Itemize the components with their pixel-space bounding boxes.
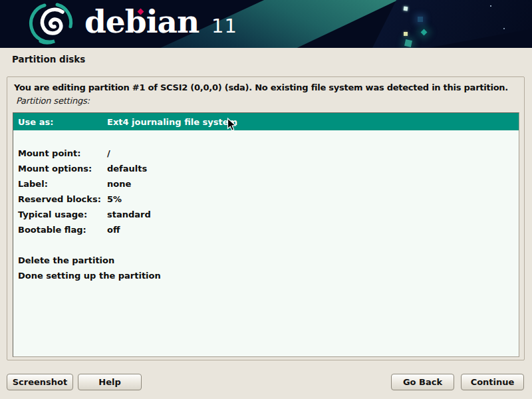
banner-navy-wedge [372,0,532,48]
list-item-mount-point[interactable]: Mount point: / [13,146,519,161]
sparkle-dot [503,28,505,29]
setting-value: / [107,148,110,158]
settings-caption: Partition settings: [16,96,90,106]
list-item-label[interactable]: Label: none [13,176,519,192]
setting-label: Typical usage: [18,209,107,219]
partition-settings-list: Use as: Ext4 journaling file system Moun… [13,112,519,357]
list-item-bootable-flag[interactable]: Bootable flag: off [13,222,519,237]
question-text: You are editing partition #1 of SCSI2 (0… [14,82,508,92]
setting-label: Mount options: [18,164,107,174]
setting-value: 5% [107,194,122,204]
setting-value: Ext4 journaling file system [107,117,237,127]
list-item-use-as[interactable]: Use as: Ext4 journaling file system [13,113,519,130]
installer-window: debian 11 Partition disks You are editin… [0,0,532,399]
setting-value: defaults [107,164,147,174]
help-button[interactable]: Help [78,374,142,390]
debian-wordmark: debian 11 [84,0,237,44]
list-item-typical-usage[interactable]: Typical usage: standard [13,207,519,222]
list-item-mount-options[interactable]: Mount options: defaults [13,161,519,176]
go-back-button[interactable]: Go Back [391,374,454,390]
debian-logo-icon [25,2,78,46]
sparkle-square [404,7,408,11]
banner: debian 11 [0,0,532,48]
list-spacer [13,237,519,253]
continue-button[interactable]: Continue [461,374,524,390]
setting-value: off [107,225,120,235]
list-item-delete-partition[interactable]: Delete the partition [13,253,519,268]
sparkle-square [404,39,412,47]
content-frame: You are editing partition #1 of SCSI2 (0… [7,76,525,360]
setting-label: Label: [18,179,107,189]
distro-name: debian [84,0,199,44]
debian-red-dot [137,8,144,15]
action-label: Delete the partition [18,255,114,265]
sparkle-dot [490,5,491,7]
setting-value: none [107,179,131,189]
titlebar: Partition disks [12,54,85,65]
sparkle-square [404,32,408,36]
list-item-reserved-blocks[interactable]: Reserved blocks: 5% [13,192,519,207]
setting-label: Reserved blocks: [18,194,107,204]
screenshot-button[interactable]: Screenshot [7,374,73,390]
list-item-done-partition[interactable]: Done setting up the partition [13,268,519,283]
setting-label: Use as: [18,117,107,127]
setting-label: Mount point: [18,148,107,158]
list-spacer [13,130,519,146]
action-label: Done setting up the partition [18,271,161,281]
setting-value: standard [107,209,151,219]
page-title: Partition disks [12,54,85,65]
setting-label: Bootable flag: [18,225,107,235]
sparkle-square [418,17,423,22]
distro-version: 11 [211,15,237,37]
